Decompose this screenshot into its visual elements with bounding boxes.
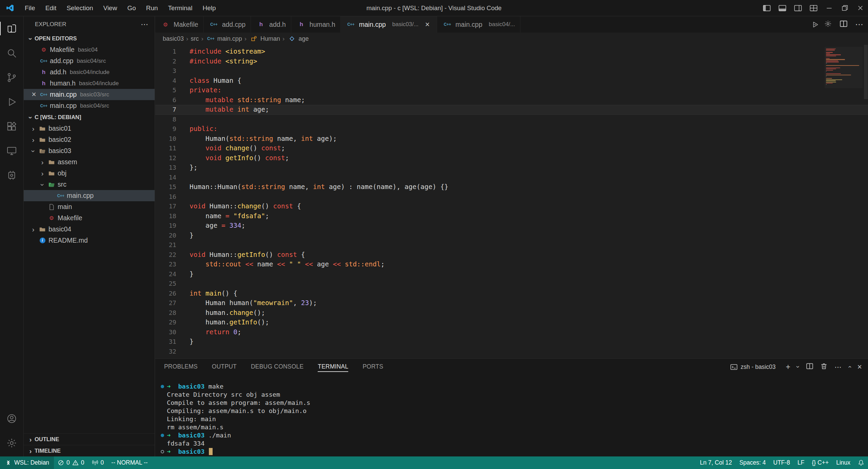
open-editor-Makefile[interactable]: ⚙Makefilebasic04 — [24, 44, 155, 55]
terminal-session-selector[interactable]: zsh - basic03 — [730, 363, 775, 371]
close-panel-icon[interactable]: × — [857, 363, 862, 371]
tree-item-src[interactable]: ›src — [24, 179, 155, 190]
toggle-secondary-sidebar-icon[interactable] — [790, 0, 806, 16]
panel-tab-problems[interactable]: PROBLEMS — [164, 362, 198, 372]
notifications-bell-icon[interactable] — [854, 456, 868, 469]
new-terminal-icon[interactable]: + — [786, 363, 790, 371]
split-terminal-icon[interactable] — [806, 362, 813, 371]
editor-scrollbar[interactable] — [864, 45, 868, 358]
encoding-indicator[interactable]: UTF-8 — [770, 456, 794, 469]
breadcrumb-Human[interactable]: Human — [249, 35, 280, 42]
folder-icon — [46, 170, 57, 177]
kill-terminal-icon[interactable] — [820, 362, 828, 371]
accounts-icon[interactable] — [0, 406, 23, 431]
run-cpp-file-icon[interactable]: › — [811, 20, 816, 29]
command-decoration-filled-icon[interactable] — [158, 382, 167, 391]
editor-settings-gear-icon[interactable] — [824, 20, 832, 29]
breadcrumb-basic03[interactable]: basic03 — [163, 35, 184, 42]
open-editor-main.cpp[interactable]: C++main.cppbasic04/src — [24, 100, 155, 111]
menu-file[interactable]: File — [20, 2, 40, 14]
open-editor-main.cpp[interactable]: ×C++main.cppbasic03/src — [24, 89, 155, 100]
command-decoration-open-icon[interactable] — [158, 448, 167, 456]
panel-tab-terminal[interactable]: TERMINAL — [318, 362, 348, 372]
source-control-icon[interactable] — [0, 65, 23, 90]
minimap[interactable] — [825, 47, 863, 88]
remote-indicator[interactable]: WSL: Debian — [0, 456, 54, 469]
terminal[interactable]: ➜ basic03 makeCreate Directory src obj a… — [155, 375, 868, 456]
tree-item-basic03[interactable]: ›basic03 — [24, 145, 155, 156]
tab-add.cpp[interactable]: C++add.cpp — [204, 16, 251, 33]
customize-layout-icon[interactable] — [806, 0, 821, 16]
breadcrumb-src[interactable]: src — [191, 35, 199, 42]
restore-window-icon[interactable] — [837, 0, 852, 16]
minimize-window-icon[interactable] — [821, 0, 837, 16]
maximize-panel-icon[interactable]: › — [846, 366, 853, 368]
menu-run[interactable]: Run — [141, 2, 163, 14]
explorer-icon[interactable] — [0, 16, 23, 41]
open-editor-add.cpp[interactable]: C++add.cppbasic04/src — [24, 55, 155, 67]
split-editor-icon[interactable] — [840, 20, 848, 29]
remote-explorer-icon[interactable] — [0, 138, 23, 163]
tab-add.h[interactable]: hadd.h — [251, 16, 291, 33]
panel-tab-ports[interactable]: PORTS — [362, 362, 383, 372]
eol-indicator[interactable]: LF — [794, 456, 808, 469]
breadcrumb-label: Human — [260, 35, 280, 42]
settings-gear-icon[interactable] — [0, 431, 23, 455]
problems-indicator[interactable]: 0 0 — [54, 456, 88, 469]
language-mode[interactable]: {} C++ — [808, 456, 833, 469]
panel-tab-output[interactable]: OUTPUT — [212, 362, 237, 372]
menu-selection[interactable]: Selection — [61, 2, 98, 14]
tab-main.cpp[interactable]: C++main.cppbasic03/...× — [341, 16, 437, 33]
cursor-position[interactable]: Ln 7, Col 12 — [696, 456, 735, 469]
menu-help[interactable]: Help — [197, 2, 221, 14]
panel-tab-debug-console[interactable]: DEBUG CONSOLE — [251, 362, 303, 372]
breadcrumb-age[interactable]: age — [287, 35, 309, 42]
open-editor-add.h[interactable]: hadd.hbasic04/include — [24, 67, 155, 78]
more-actions-icon[interactable]: ⋯ — [141, 20, 149, 29]
menu-terminal[interactable]: Terminal — [163, 2, 198, 14]
terminal-dropdown-chevron-icon[interactable]: › — [794, 366, 802, 368]
code-editor[interactable]: 1#include <iostream>2#include <string>34… — [155, 45, 868, 358]
indentation-indicator[interactable]: Spaces: 4 — [736, 456, 770, 469]
menu-view[interactable]: View — [98, 2, 122, 14]
tree-item-basic04[interactable]: ›basic04 — [24, 224, 155, 235]
open-editor-human.h[interactable]: hhuman.hbasic04/include — [24, 78, 155, 89]
os-indicator[interactable]: Linux — [832, 456, 854, 469]
workspace-header[interactable]: › C [WSL: DEBIAN] — [24, 111, 155, 123]
tree-item-obj[interactable]: ›obj — [24, 168, 155, 179]
open-editors-header[interactable]: › OPEN EDITORS — [24, 33, 155, 44]
vim-mode-indicator[interactable]: -- NORMAL -- — [107, 456, 151, 469]
panel-more-actions-icon[interactable]: ⋯ — [834, 363, 842, 371]
tab-main.cpp[interactable]: C++main.cppbasic04/... — [437, 16, 520, 33]
run-debug-icon[interactable] — [0, 90, 23, 114]
editor-more-actions-icon[interactable]: ⋯ — [855, 20, 863, 29]
code-line-28: 28 human.change(); — [155, 308, 868, 318]
tab-human.h[interactable]: hhuman.h — [291, 16, 341, 33]
ports-indicator[interactable]: 0 — [88, 456, 108, 469]
section-outline[interactable]: ›OUTLINE — [24, 433, 155, 445]
breadcrumb-main.cpp[interactable]: C++main.cpp — [206, 35, 242, 42]
tree-item-main[interactable]: main — [24, 201, 155, 212]
tree-item-main.cpp[interactable]: C++main.cpp — [24, 190, 155, 201]
breadcrumb-label: main.cpp — [217, 35, 242, 42]
menu-edit[interactable]: Edit — [40, 2, 62, 14]
extensions-icon[interactable] — [0, 114, 23, 138]
close-window-icon[interactable] — [852, 0, 868, 16]
command-decoration-filled-icon[interactable] — [158, 431, 167, 439]
close-editor-icon[interactable]: × — [29, 90, 39, 99]
toggle-panel-icon[interactable] — [774, 0, 790, 16]
tree-item-basic02[interactable]: ›basic02 — [24, 134, 155, 145]
scrollbar-thumb[interactable] — [864, 45, 868, 99]
section-timeline[interactable]: ›TIMELINE — [24, 445, 155, 456]
run-dropdown-chevron-icon[interactable]: › — [813, 24, 818, 25]
toggle-sidebar-icon[interactable] — [759, 0, 774, 16]
tab-Makefile[interactable]: ⚙Makefile — [155, 16, 204, 33]
close-tab-icon[interactable]: × — [423, 20, 432, 29]
menu-go[interactable]: Go — [122, 2, 141, 14]
tree-item-README.md[interactable]: iREADME.md — [24, 235, 155, 246]
tree-item-assem[interactable]: ›assem — [24, 156, 155, 168]
search-icon[interactable] — [0, 41, 23, 65]
tree-item-basic01[interactable]: ›basic01 — [24, 123, 155, 134]
remote-targets-icon[interactable] — [0, 163, 23, 187]
tree-item-Makefile[interactable]: ⚙Makefile — [24, 212, 155, 224]
